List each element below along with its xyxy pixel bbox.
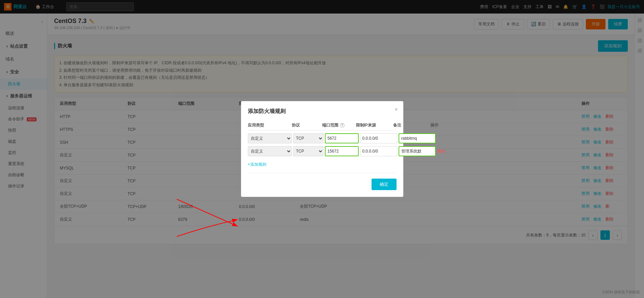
ip-input-2[interactable] [360, 146, 397, 156]
modal-footer: 确定 [248, 173, 397, 190]
modal-col-port: 端口范围 ? [322, 122, 356, 128]
port-input-1[interactable] [325, 133, 359, 143]
note-input-1[interactable] [399, 133, 436, 143]
protocol-select-1[interactable]: TCP UDP TCP+UDP [293, 133, 324, 143]
arrow-annotation-2 [173, 209, 275, 250]
port-input-2[interactable] [325, 146, 359, 156]
arrow-annotation-1 [173, 196, 275, 236]
modal-col-note: 备注 [393, 122, 430, 128]
modal-overlay: 添加防火墙规则 × 应用类型 协议 端口范围 ? 限制IP来源 备注 操作 自定… [0, 0, 644, 298]
protocol-select-2[interactable]: TCP UDP TCP+UDP [293, 146, 324, 156]
modal-row-1: 自定义 HTTP HTTPS SSH MYSQL TCP UDP TCP+UDP [248, 133, 397, 143]
port-info-icon[interactable]: ? [340, 123, 344, 128]
delete-link-2[interactable]: 删除 [437, 148, 457, 154]
modal-table-header: 应用类型 协议 端口范围 ? 限制IP来源 备注 操作 [248, 120, 397, 131]
ip-input-1[interactable] [360, 133, 397, 143]
app-type-select-1[interactable]: 自定义 HTTP HTTPS SSH MYSQL [248, 133, 292, 143]
modal-col-ip: 限制IP来源 [356, 122, 393, 128]
modal-title: 添加防火墙规则 [248, 108, 397, 115]
add-firewall-rule-modal: 添加防火墙规则 × 应用类型 协议 端口范围 ? 限制IP来源 备注 操作 自定… [241, 101, 403, 197]
app-type-select-2[interactable]: 自定义 HTTP HTTPS SSH MYSQL [248, 146, 292, 156]
modal-close-button[interactable]: × [395, 107, 398, 113]
modal-col-app: 应用类型 [248, 122, 292, 128]
modal-col-action: 操作 [430, 122, 451, 128]
add-rule-link[interactable]: +添加规则 [248, 159, 266, 170]
modal-row-2: 自定义 HTTP HTTPS SSH MYSQL TCP UDP TCP+UDP… [248, 146, 397, 156]
confirm-button[interactable]: 确定 [372, 179, 397, 190]
note-input-2[interactable] [399, 146, 436, 156]
modal-col-protocol: 协议 [292, 122, 322, 128]
